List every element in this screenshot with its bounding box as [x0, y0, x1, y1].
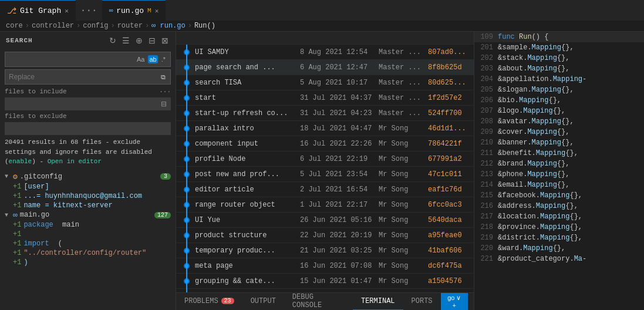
git-line-15 — [181, 274, 193, 289]
list-icon[interactable]: ☰ — [121, 35, 131, 46]
search-input[interactable] — [9, 55, 136, 63]
breadcrumb-rungo[interactable]: ∞ run.go — [151, 22, 186, 30]
git-msg-11: UI Yue — [195, 216, 298, 224]
tree-child-gitconfig-3[interactable]: +1 name = kitnext-server — [0, 201, 176, 210]
tab-run-go-close[interactable]: ✕ — [155, 7, 159, 15]
git-hash-15: a1504576 — [428, 277, 469, 285]
code-text-208: &avatar.Mapping{}, — [498, 117, 574, 126]
code-line-109: 109 func Run() { — [474, 32, 644, 42]
clear-icon[interactable]: ⊠ — [160, 35, 170, 46]
git-row-3[interactable]: start 31 Jul 2021 04:37 Master ... 1f2d5… — [176, 90, 474, 106]
line-num-207: 207 — [479, 107, 498, 115]
git-line-8 — [181, 167, 193, 182]
go-icon: ∞ — [109, 7, 113, 14]
git-row-0[interactable]: UI SAMDY 8 Aug 2021 12:54 Master ... 807… — [176, 45, 474, 60]
terminal-tab-ports-label: PORTS — [412, 297, 433, 305]
code-line-211: 211 &benefit.Mapping{}, — [474, 148, 644, 159]
files-include-input[interactable] — [8, 100, 160, 108]
tree-child-maingo-3[interactable]: +1 import ( — [0, 239, 176, 248]
git-row-11[interactable]: UI Yue 26 Jun 2021 05:16 Mr Song 5640dac… — [176, 213, 474, 228]
breadcrumb-core[interactable]: core — [6, 22, 23, 30]
line-num-217: 217 — [479, 213, 498, 221]
tab-git-graph-close[interactable]: ✕ — [65, 7, 69, 15]
git-row-15[interactable]: grouping && cate... 15 Jun 2021 01:47 Mr… — [176, 274, 474, 289]
code-text-218: &province.Mapping{}, — [498, 223, 582, 231]
terminal-tab-output[interactable]: OUTPUT — [242, 293, 284, 311]
breadcrumb-router[interactable]: router — [117, 22, 143, 30]
line-num-206: 206 — [479, 96, 498, 105]
new-file-icon[interactable]: ⊕ — [134, 35, 144, 46]
breadcrumb-controller[interactable]: controller — [32, 22, 74, 30]
tree-child-maingo-4[interactable]: +1 "../controller/config/router" — [0, 248, 176, 258]
tree-child-gitconfig-1[interactable]: +1 [user] — [0, 182, 176, 191]
file-name-gitconfig: .gitconfig — [20, 173, 62, 181]
filter-include-more[interactable]: ··· — [159, 88, 171, 95]
files-include-options[interactable]: ⊟ — [160, 99, 168, 109]
git-row-5[interactable]: parallax intro 18 Jul 2021 04:47 Mr Song… — [176, 121, 474, 136]
code-line-204: 204 &appellation.Mapping- — [474, 74, 644, 85]
terminal-go-button[interactable]: go ∨ + — [441, 293, 468, 310]
regex-btn[interactable]: .* — [160, 55, 167, 63]
tree-item-maingo[interactable]: ▼ ∞ main.go 127 — [0, 210, 176, 220]
git-hash-6: 7864221f — [428, 140, 469, 148]
git-row-10[interactable]: range router object 1 Jul 2021 22:17 Mr … — [176, 197, 474, 213]
tab-run-go[interactable]: ∞ run.go M ✕ — [102, 0, 166, 21]
git-row-13[interactable]: temporary produc... 21 Jun 2021 03:25 Mr… — [176, 243, 474, 258]
terminal-tab-ports[interactable]: PORTS — [403, 293, 441, 311]
case-sensitive-btn[interactable]: Aa — [136, 55, 146, 63]
git-hash-5: 46d1d1... — [428, 124, 469, 133]
git-date-8: 5 Jul 2021 23:54 — [300, 170, 376, 178]
git-date-5: 18 Jul 2021 04:47 — [300, 124, 376, 133]
refresh-icon[interactable]: ↻ — [108, 35, 117, 46]
terminal-tab-terminal[interactable]: TERMINAL — [353, 293, 403, 311]
breadcrumb-sep4: › — [145, 22, 149, 30]
code-line-209: 209 &cover.Mapping{}, — [474, 127, 644, 137]
line-num-204: 204 — [479, 75, 498, 83]
tree-child-gitconfig-2[interactable]: +1 ...= huynhnhanquoc@gmail.com — [0, 191, 176, 201]
whole-word-btn[interactable]: ab — [148, 55, 157, 63]
modified-indicator: M — [147, 7, 151, 14]
line-num-203: 203 — [479, 65, 498, 73]
code-text-209: &cover.Mapping{}, — [498, 128, 569, 136]
git-date-14: 16 Jun 2021 07:08 — [300, 262, 376, 270]
tree-child-maingo-1[interactable]: +1 package main — [0, 220, 176, 230]
tree-item-gitconfig[interactable]: ▼ ⚙ .gitconfig 3 — [0, 171, 176, 182]
terminal-tab-debug[interactable]: DEBUG CONSOLE — [284, 293, 353, 311]
git-row-1[interactable]: page search and ... 6 Aug 2021 12:47 Mas… — [176, 60, 474, 75]
git-icon: ⎇ — [7, 6, 16, 16]
results-info: 20491 results in 68 files - exclude sett… — [0, 135, 176, 169]
tree-child-maingo-5[interactable]: +1 ) — [0, 258, 176, 267]
search-icons: Aa ab .* — [136, 55, 167, 63]
enable-link[interactable]: enable — [9, 158, 32, 165]
git-row-2[interactable]: search TISA 5 Aug 2021 10:17 Master ... … — [176, 75, 474, 90]
git-row-6[interactable]: component input 16 Jul 2021 22:26 Mr Son… — [176, 136, 474, 151]
git-row-12[interactable]: product structure 22 Jun 2021 20:19 Mr S… — [176, 228, 474, 243]
tab-git-graph[interactable]: ⎇ Git Graph ✕ — [0, 0, 76, 21]
tree-child-maingo-2[interactable]: +1 — [0, 230, 176, 239]
code-text-210: &banner.Mapping{}, — [498, 139, 574, 147]
terminal-tab-output-label: OUTPUT — [251, 297, 276, 305]
code-text-109: func Run() { — [498, 33, 548, 41]
git-row-7[interactable]: profile Node 6 Jul 2021 22:19 Mr Song 67… — [176, 151, 474, 167]
git-row-14[interactable]: meta page 16 Jun 2021 07:08 Mr Song dc6f… — [176, 258, 474, 274]
open-in-editor-link[interactable]: Open in editor — [48, 158, 102, 165]
git-row-4[interactable]: start-up refresh co... 31 Jul 2021 04:23… — [176, 106, 474, 121]
code-line-205: 205 &slogan.Mapping{}, — [474, 85, 644, 95]
breadcrumb-run-func[interactable]: Run() — [194, 22, 215, 30]
git-row-8[interactable]: post new and prof... 5 Jul 2021 23:54 Mr… — [176, 167, 474, 182]
terminal-tab-problems[interactable]: PROBLEMS 23 — [176, 293, 242, 311]
git-date-4: 31 Jul 2021 04:23 — [300, 109, 376, 117]
code-line-207: 207 &logo.Mapping{}, — [474, 106, 644, 116]
collapse-icon[interactable]: ⊟ — [147, 35, 157, 46]
tab-git-graph-more[interactable]: ··· — [76, 5, 102, 16]
breadcrumb-config[interactable]: config — [83, 22, 108, 30]
git-date-11: 26 Jun 2021 05:16 — [300, 216, 376, 224]
git-hash-3: 1f2d57e2 — [428, 94, 469, 102]
code-text-207: &logo.Mapping{}, — [498, 107, 565, 115]
code-line-206: 206 &bio.Mapping{}, — [474, 95, 644, 106]
replace-icon[interactable]: ⧉ — [160, 73, 167, 82]
replace-input[interactable] — [9, 73, 160, 81]
git-row-9[interactable]: editor article 2 Jul 2021 16:54 Mr Song … — [176, 182, 474, 197]
breadcrumb-sep1: › — [25, 22, 29, 30]
files-exclude-input[interactable] — [8, 124, 168, 133]
